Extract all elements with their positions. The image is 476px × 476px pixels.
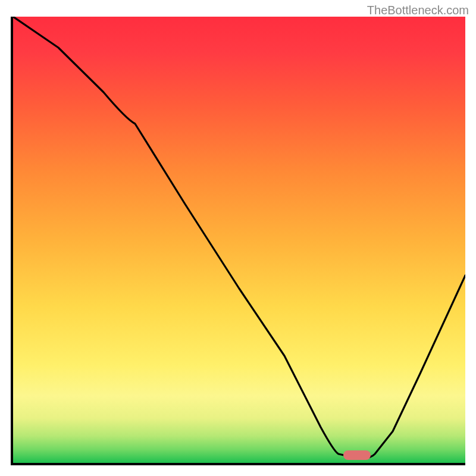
watermark-text: TheBottleneck.com — [367, 4, 469, 17]
chart-curve-path — [13, 17, 465, 458]
chart-curve-svg — [13, 17, 465, 463]
chart-frame — [11, 17, 465, 465]
chart-container: TheBottleneck.com — [0, 0, 476, 476]
highlight-marker — [343, 450, 371, 460]
